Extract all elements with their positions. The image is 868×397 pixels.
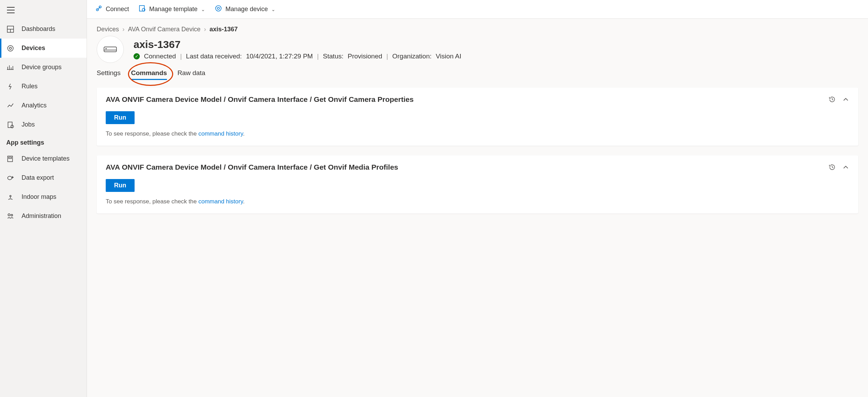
sidebar-item-label: Rules — [22, 83, 38, 90]
svg-rect-27 — [104, 47, 116, 52]
device-title: axis-1367 — [134, 39, 461, 50]
sidebar-item-administration[interactable]: Administration — [0, 206, 87, 226]
toolbar: Connect Manage template ⌄ Manage device … — [87, 0, 868, 19]
toolbar-connect[interactable]: Connect — [95, 5, 129, 14]
connect-icon — [95, 5, 102, 14]
sidebar-item-label: Indoor maps — [22, 193, 56, 201]
dashboard-icon — [6, 26, 15, 33]
command-history-link[interactable]: command history — [199, 130, 243, 137]
main-content: Connect Manage template ⌄ Manage device … — [87, 0, 868, 397]
tab-raw-data[interactable]: Raw data — [177, 67, 205, 80]
device-icon — [215, 5, 222, 14]
sidebar-item-label: Analytics — [22, 102, 47, 109]
command-history-link[interactable]: command history — [199, 198, 243, 205]
org-value: Vision AI — [436, 52, 461, 60]
svg-point-25 — [216, 6, 221, 11]
sidebar-item-analytics[interactable]: Analytics — [0, 96, 87, 115]
device-groups-icon — [6, 64, 15, 71]
device-status-line: ✓ Connected | Last data received: 10/4/2… — [134, 52, 461, 60]
breadcrumb: Devices › AVA Onvif Camera Device › axis… — [97, 26, 858, 33]
command-hint: To see response, please check the comman… — [106, 198, 849, 205]
svg-point-6 — [8, 46, 13, 51]
breadcrumb-template[interactable]: AVA Onvif Camera Device — [128, 26, 200, 33]
sidebar-item-label: Device templates — [22, 155, 70, 162]
hamburger-menu[interactable] — [0, 3, 87, 19]
rules-icon — [6, 83, 15, 90]
sidebar-item-device-templates[interactable]: Device templates — [0, 149, 87, 168]
hint-suffix: . — [243, 130, 245, 137]
sidebar-item-label: Dashboards — [22, 25, 55, 33]
sidebar-item-label: Devices — [22, 44, 45, 52]
sidebar-item-rules[interactable]: Rules — [0, 77, 87, 96]
status-separator: | — [317, 52, 319, 60]
chevron-down-icon: ⌄ — [271, 7, 275, 12]
breadcrumb-current: axis-1367 — [209, 26, 238, 33]
status-separator: | — [386, 52, 388, 60]
analytics-icon — [6, 102, 15, 109]
device-tabs: Settings Commands Raw data — [97, 67, 858, 80]
content-area: Devices › AVA Onvif Camera Device › axis… — [87, 19, 868, 397]
toolbar-label: Manage template — [149, 6, 198, 13]
hint-prefix: To see response, please check the — [106, 198, 199, 205]
command-card-title: AVA ONVIF Camera Device Model / Onvif Ca… — [106, 95, 413, 104]
sidebar-item-jobs[interactable]: Jobs — [0, 115, 87, 134]
history-icon[interactable] — [828, 163, 836, 171]
svg-rect-13 — [8, 122, 12, 128]
status-value: Provisioned — [348, 52, 382, 60]
toolbar-manage-template[interactable]: Manage template ⌄ — [139, 5, 205, 14]
status-connected-icon: ✓ — [134, 53, 140, 59]
device-templates-icon — [6, 155, 15, 162]
command-hint: To see response, please check the comman… — [106, 130, 849, 137]
chevron-down-icon: ⌄ — [201, 7, 205, 12]
svg-line-31 — [832, 99, 833, 100]
history-icon[interactable] — [828, 96, 836, 103]
template-icon — [139, 5, 146, 14]
breadcrumb-devices[interactable]: Devices — [97, 26, 119, 33]
svg-point-20 — [11, 214, 13, 216]
sidebar-item-devices[interactable]: Devices — [0, 39, 87, 58]
svg-point-19 — [8, 214, 10, 216]
last-data-value: 10/4/2021, 1:27:29 PM — [246, 52, 313, 60]
breadcrumb-separator: › — [122, 26, 124, 33]
toolbar-manage-device[interactable]: Manage device ⌄ — [215, 5, 275, 14]
svg-point-26 — [217, 7, 219, 9]
sidebar-item-data-export[interactable]: Data export — [0, 168, 87, 187]
svg-point-18 — [10, 195, 11, 197]
status-label: Status: — [323, 52, 344, 60]
device-avatar — [97, 36, 124, 63]
sidebar-section-header: App settings — [0, 134, 87, 149]
last-data-label: Last data received: — [186, 52, 242, 60]
breadcrumb-separator: › — [204, 26, 206, 33]
toolbar-label: Manage device — [225, 6, 268, 13]
toolbar-label: Connect — [106, 6, 129, 13]
device-header: axis-1367 ✓ Connected | Last data receiv… — [97, 36, 858, 63]
indoor-maps-icon — [6, 194, 15, 201]
command-card: AVA ONVIF Camera Device Model / Onvif Ca… — [97, 155, 858, 213]
devices-icon — [6, 45, 15, 52]
sidebar-item-label: Data export — [22, 174, 54, 181]
sidebar-item-label: Device groups — [22, 64, 62, 71]
command-card: AVA ONVIF Camera Device Model / Onvif Ca… — [97, 88, 858, 146]
tab-settings[interactable]: Settings — [97, 67, 121, 80]
sidebar-item-label: Jobs — [22, 121, 35, 128]
sidebar-item-device-groups[interactable]: Device groups — [0, 58, 87, 77]
run-button[interactable]: Run — [106, 179, 135, 192]
hint-suffix: . — [243, 198, 245, 205]
status-separator: | — [180, 52, 182, 60]
administration-icon — [6, 213, 15, 220]
svg-point-7 — [9, 47, 11, 49]
org-label: Organization: — [392, 52, 432, 60]
sidebar-item-label: Administration — [22, 212, 61, 220]
sidebar-item-dashboards[interactable]: Dashboards — [0, 19, 87, 39]
chevron-up-icon[interactable] — [842, 96, 849, 103]
command-card-title: AVA ONVIF Camera Device Model / Onvif Ca… — [106, 163, 398, 171]
tab-commands[interactable]: Commands — [131, 67, 167, 80]
chevron-up-icon[interactable] — [842, 164, 849, 171]
jobs-icon — [6, 121, 15, 128]
run-button[interactable]: Run — [106, 111, 135, 124]
data-export-icon — [6, 175, 15, 181]
svg-line-33 — [832, 167, 833, 168]
sidebar: Dashboards Devices Device groups Rules — [0, 0, 87, 397]
sidebar-item-indoor-maps[interactable]: Indoor maps — [0, 187, 87, 206]
hint-prefix: To see response, please check the — [106, 130, 199, 137]
